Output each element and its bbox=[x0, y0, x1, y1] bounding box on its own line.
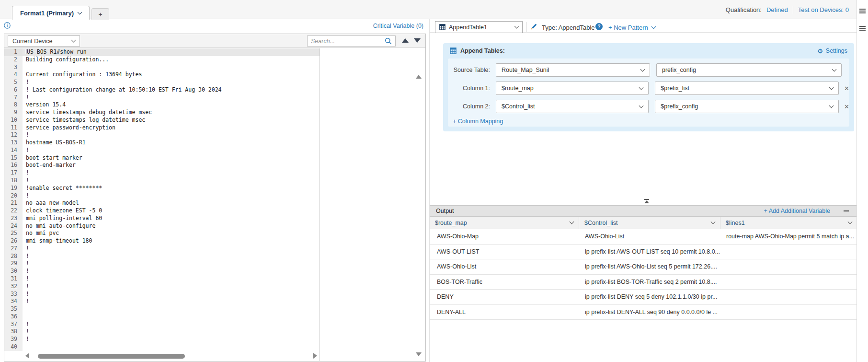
code-line[interactable]: 11service password-encryption bbox=[4, 124, 320, 132]
code-line[interactable]: 23mmi polling-interval 60 bbox=[4, 215, 320, 222]
code-text: version 15.4 bbox=[23, 101, 320, 109]
code-line[interactable]: 39! bbox=[4, 336, 320, 343]
code-line[interactable]: 36 bbox=[4, 313, 320, 321]
code-line[interactable]: 8version 15.4 bbox=[4, 101, 320, 109]
minimize-output-icon[interactable] bbox=[844, 210, 849, 211]
code-line[interactable]: 1US-BOS-R1#show run bbox=[4, 48, 320, 56]
code-line[interactable]: 37! bbox=[4, 321, 320, 328]
code-line[interactable]: 27! bbox=[4, 245, 320, 253]
qualification-label: Qualification: bbox=[726, 6, 762, 13]
code-line[interactable]: 16boot-end-marker bbox=[4, 162, 320, 169]
table-row[interactable]: AWS-Ohio-MapAWS-Ohio-Listroute-map AWS-O… bbox=[430, 229, 857, 245]
table-row[interactable]: DENYip prefix-list DENY seq 5 deny 102.1… bbox=[430, 290, 857, 305]
edit-pencil-icon[interactable] bbox=[530, 23, 537, 31]
tab-format1-primary[interactable]: Format1 (Primary) bbox=[12, 6, 90, 20]
code-line[interactable]: 4Current configuration : 13694 bytes bbox=[4, 71, 320, 79]
scroll-down-icon[interactable] bbox=[416, 352, 422, 356]
table-grid-icon bbox=[450, 47, 457, 54]
code-line[interactable]: 22clock timezone EST -5 0 bbox=[4, 207, 320, 215]
variable-table-selector[interactable]: AppendTable1 bbox=[435, 21, 523, 33]
table-cell: ip prefix-list DENY seq 5 deny 102.1.1.0… bbox=[579, 290, 720, 304]
code-line[interactable]: 19!enable secret ******** bbox=[4, 185, 320, 192]
target-table-select[interactable]: prefix_config bbox=[656, 63, 842, 77]
code-line[interactable]: 20! bbox=[4, 192, 320, 200]
menu-icon-top[interactable] bbox=[859, 9, 866, 13]
code-line[interactable]: 12! bbox=[4, 131, 320, 139]
menu-icon-pattern[interactable] bbox=[859, 26, 866, 31]
column1-target-select[interactable]: $prefix_list bbox=[655, 82, 839, 95]
table-row[interactable]: AWS-Ohio-Listip prefix-list AWS-Ohio-Lis… bbox=[430, 259, 857, 275]
device-selector[interactable]: Current Device bbox=[8, 35, 80, 47]
column-select-route-map[interactable]: $route_map bbox=[430, 217, 579, 229]
code-line[interactable]: 13hostname US-BOS-R1 bbox=[4, 139, 320, 147]
code-line[interactable]: 28! bbox=[4, 253, 320, 260]
column1-source-select[interactable]: $route_map bbox=[496, 82, 649, 95]
code-line[interactable]: 14! bbox=[4, 147, 320, 154]
code-line[interactable]: 35 bbox=[4, 305, 320, 313]
search-icon[interactable] bbox=[385, 37, 392, 45]
find-previous-button[interactable] bbox=[402, 38, 409, 43]
table-cell: DENY-ALL bbox=[430, 305, 579, 320]
add-tab-button[interactable]: + bbox=[91, 8, 109, 20]
code-line[interactable]: 25no mmi pvc bbox=[4, 230, 320, 237]
code-line[interactable]: 18! bbox=[4, 177, 320, 185]
code-line[interactable]: 2Building configuration... bbox=[4, 56, 320, 64]
code-line[interactable]: 6! Last configuration change at 10:50:10… bbox=[4, 86, 320, 94]
code-line[interactable]: 40 bbox=[4, 343, 320, 351]
code-text: mmi snmp-timeout 180 bbox=[23, 237, 320, 245]
remove-column1-icon[interactable]: ✕ bbox=[844, 85, 849, 92]
line-number: 11 bbox=[4, 124, 23, 132]
code-line[interactable]: 30! bbox=[4, 268, 320, 275]
critical-variable-link[interactable]: Critical Variable (0) bbox=[4, 23, 423, 29]
code-line[interactable]: 32! bbox=[4, 283, 320, 291]
column2-source-select[interactable]: $Control_list bbox=[496, 100, 649, 113]
table-cell bbox=[720, 275, 857, 290]
add-column-mapping-link[interactable]: + Column Mapping bbox=[448, 118, 849, 125]
code-line[interactable]: 9service timestamps debug datetime msec bbox=[4, 109, 320, 117]
code-line[interactable]: 29! bbox=[4, 260, 320, 268]
code-line[interactable]: 31! bbox=[4, 275, 320, 283]
table-row[interactable]: BOS-TOR-Trafficip prefix-list BOS-TOR-Tr… bbox=[430, 275, 857, 290]
settings-button[interactable]: ⚙ Settings bbox=[817, 47, 847, 54]
chevron-down-icon bbox=[78, 10, 82, 14]
code-line[interactable]: 34! bbox=[4, 298, 320, 305]
remove-column2-icon[interactable]: ✕ bbox=[844, 104, 849, 110]
code-line[interactable]: 26mmi snmp-timeout 180 bbox=[4, 237, 320, 245]
horizontal-scrollbar-thumb[interactable] bbox=[38, 354, 185, 359]
code-line[interactable]: 17! bbox=[4, 169, 320, 177]
find-next-button[interactable] bbox=[414, 38, 421, 43]
code-line[interactable]: 15boot-start-marker bbox=[4, 154, 320, 162]
source-table-select[interactable]: Route_Map_Sunil bbox=[496, 63, 650, 77]
column-select-lines1[interactable]: $lines1 bbox=[720, 217, 857, 229]
code-text: ! bbox=[23, 336, 320, 343]
add-additional-variable-link[interactable]: + Add Additional Variable bbox=[764, 208, 830, 214]
code-line[interactable]: 3 bbox=[4, 64, 320, 71]
qualification-defined-link[interactable]: Defined bbox=[766, 6, 788, 13]
column2-target-select[interactable]: $prefix_config bbox=[655, 100, 839, 113]
scroll-right-icon[interactable] bbox=[313, 353, 317, 359]
line-number: 33 bbox=[4, 291, 23, 298]
test-on-devices-link[interactable]: Test on Devices: 0 bbox=[798, 6, 849, 13]
chevron-down-icon bbox=[639, 103, 644, 108]
search-input[interactable] bbox=[311, 38, 385, 45]
scroll-up-icon[interactable] bbox=[416, 75, 422, 79]
code-line[interactable]: 21no aaa new-model bbox=[4, 199, 320, 207]
code-area[interactable]: 1US-BOS-R1#show run2Building configurati… bbox=[4, 48, 320, 361]
code-text: ! bbox=[23, 169, 320, 177]
code-line[interactable]: 5! bbox=[4, 79, 320, 86]
code-line[interactable]: 33! bbox=[4, 291, 320, 298]
line-number: 23 bbox=[4, 215, 23, 222]
table-row[interactable]: DENY-ALLip prefix-list DENY-ALL seq 90 d… bbox=[430, 305, 857, 320]
code-line[interactable]: 7! bbox=[4, 94, 320, 102]
column-select-control-list[interactable]: $Control_list bbox=[579, 217, 720, 229]
table-cell: AWS-Ohio-Map bbox=[430, 229, 579, 244]
scroll-left-icon[interactable] bbox=[25, 353, 29, 359]
code-line[interactable]: 24no mmi auto-configure bbox=[4, 222, 320, 230]
code-line[interactable]: 38! bbox=[4, 328, 320, 336]
help-icon[interactable]: ? bbox=[595, 23, 603, 30]
new-pattern-button[interactable]: + New Pattern bbox=[608, 24, 655, 31]
code-line[interactable]: 10service timestamps log datetime msec bbox=[4, 117, 320, 124]
table-row[interactable]: AWS-OUT-LISTip prefix-list AWS-OUT-LIST … bbox=[430, 245, 857, 260]
collapse-output-icon[interactable] bbox=[644, 199, 650, 203]
table-cell: AWS-Ohio-List bbox=[430, 259, 579, 274]
